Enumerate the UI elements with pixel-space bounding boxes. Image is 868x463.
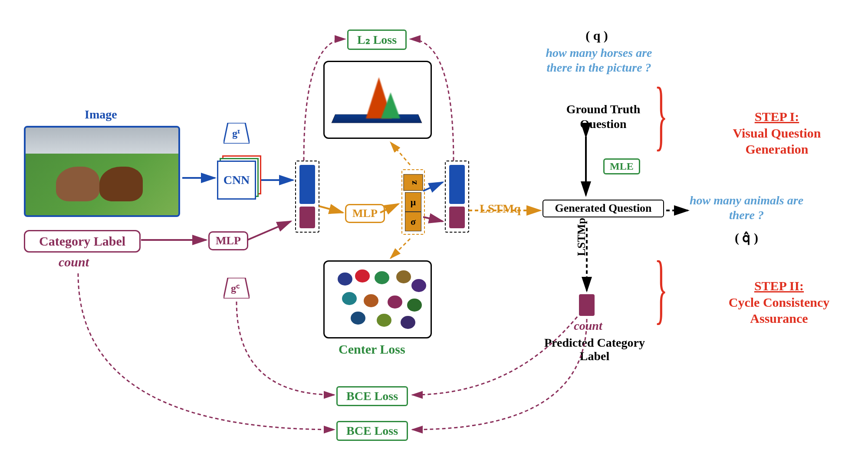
step1-text: Visual Question Generation xyxy=(733,126,821,157)
image-title: Image xyxy=(85,108,117,121)
center-loss-inset xyxy=(323,260,432,338)
sigma-cell: σ xyxy=(405,212,421,231)
brace-step2: } xyxy=(654,250,667,328)
latent-z-group: z μ σ xyxy=(401,169,425,235)
gi-label: gᶦ xyxy=(232,127,240,139)
qhat-symbol: ( q̂ ) xyxy=(720,230,773,245)
category-value: count xyxy=(59,255,89,269)
concat-vector-1 xyxy=(295,161,319,233)
svg-line-11 xyxy=(391,142,410,165)
predicted-label: Predicted Category Label xyxy=(529,336,660,363)
gc-label: gᶜ xyxy=(231,282,240,294)
q-symbol: ( q ) xyxy=(553,28,640,43)
generated-question-text: how many animals are there ? xyxy=(681,193,812,222)
step2-block: STEP II: Cycle Consistency Assurance xyxy=(710,278,848,327)
gt-question-text: how many horses are there in the picture… xyxy=(536,46,662,75)
l2-loss-box: L₂ Loss xyxy=(347,30,407,50)
mlp-category: MLP xyxy=(208,231,248,250)
input-image xyxy=(24,126,180,217)
lstm-p-label: LSTMp xyxy=(575,218,588,256)
step2-text: Cycle Consistency Assurance xyxy=(729,295,829,326)
mu-cell: μ xyxy=(405,192,421,212)
category-label-box: Category Label xyxy=(24,230,141,253)
center-loss-label: Center Loss xyxy=(339,342,405,357)
latent-distribution-inset xyxy=(323,61,432,139)
step1-title: STEP I: xyxy=(755,109,799,124)
bce-loss-1: BCE Loss xyxy=(336,386,408,406)
gt-question-label: Ground Truth Question xyxy=(549,102,658,131)
predicted-vector xyxy=(579,294,595,316)
svg-line-6 xyxy=(319,206,343,213)
svg-line-8 xyxy=(423,182,443,191)
bce-loss-2: BCE Loss xyxy=(336,421,408,441)
concat-vector-2 xyxy=(445,161,469,233)
cnn-label: CNN xyxy=(217,161,256,200)
predicted-value: count xyxy=(564,319,612,333)
svg-line-9 xyxy=(423,217,443,221)
svg-line-5 xyxy=(247,221,291,240)
brace-step1: } xyxy=(654,76,667,154)
svg-line-12 xyxy=(391,239,410,258)
step2-title: STEP II: xyxy=(754,279,804,293)
z-cell: z xyxy=(404,174,423,191)
generated-question-box: Generated Question xyxy=(542,200,664,217)
step1-block: STEP I: Visual Question Generation xyxy=(710,108,844,158)
cnn-block: CNN xyxy=(217,161,260,204)
mle-box: MLE xyxy=(603,158,640,174)
mlp-latent: MLP xyxy=(345,204,385,223)
lstm-q-label: LSTMq xyxy=(480,202,521,216)
